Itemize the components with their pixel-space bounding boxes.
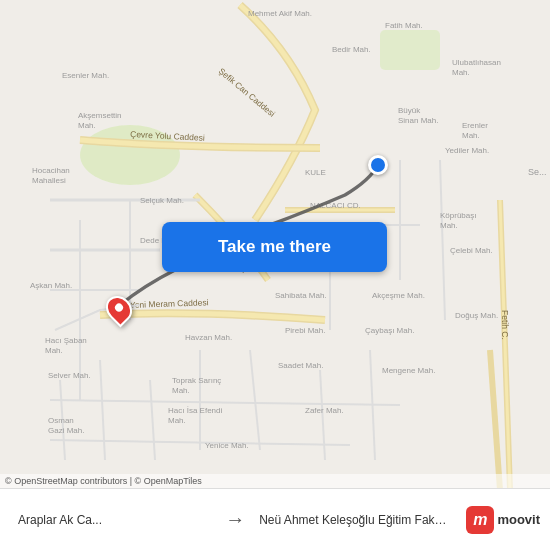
svg-text:Sinan Mah.: Sinan Mah. bbox=[398, 116, 438, 125]
from-location: Araplar Ak Ca... bbox=[10, 513, 219, 527]
svg-text:Mah.: Mah. bbox=[440, 221, 458, 230]
from-name: Araplar Ak Ca... bbox=[18, 513, 211, 527]
svg-text:Toprak Sarınç: Toprak Sarınç bbox=[172, 376, 221, 385]
svg-text:Gazi Mah.: Gazi Mah. bbox=[48, 426, 84, 435]
bottom-bar: Araplar Ak Ca... → Neü Ahmet Keleşoğlu E… bbox=[0, 488, 550, 550]
svg-text:Mehmet Akif Mah.: Mehmet Akif Mah. bbox=[248, 9, 312, 18]
svg-text:Hacı Şaban: Hacı Şaban bbox=[45, 336, 87, 345]
svg-text:Hocacihan: Hocacihan bbox=[32, 166, 70, 175]
svg-text:Büyük: Büyük bbox=[398, 106, 421, 115]
svg-text:Mah.: Mah. bbox=[78, 121, 96, 130]
svg-text:Sahibata Mah.: Sahibata Mah. bbox=[275, 291, 327, 300]
svg-text:Aşkan Mah.: Aşkan Mah. bbox=[30, 281, 72, 290]
svg-text:Zafer Mah.: Zafer Mah. bbox=[305, 406, 344, 415]
origin-marker bbox=[368, 155, 388, 175]
svg-text:Bedir Mah.: Bedir Mah. bbox=[332, 45, 371, 54]
svg-text:Osman: Osman bbox=[48, 416, 74, 425]
moovit-logo-text: moovit bbox=[497, 512, 540, 527]
moovit-logo: m moovit bbox=[466, 506, 540, 534]
svg-text:Esenler Mah.: Esenler Mah. bbox=[62, 71, 109, 80]
svg-text:Hacı İsa Efendi: Hacı İsa Efendi bbox=[168, 406, 222, 415]
map-area: Şefik Can Caddesi Çevre Yolu Caddesi Şef… bbox=[0, 0, 550, 490]
svg-rect-2 bbox=[380, 30, 440, 70]
svg-text:Akşemsettin: Akşemsettin bbox=[78, 111, 122, 120]
svg-text:Selçuk Mah.: Selçuk Mah. bbox=[140, 196, 184, 205]
svg-text:Akçeşme Mah.: Akçeşme Mah. bbox=[372, 291, 425, 300]
svg-text:Çaybaşı Mah.: Çaybaşı Mah. bbox=[365, 326, 414, 335]
arrow-icon: → bbox=[219, 508, 251, 531]
svg-text:Çelebi Mah.: Çelebi Mah. bbox=[450, 246, 493, 255]
svg-text:Mah.: Mah. bbox=[45, 346, 63, 355]
svg-text:Yediler Mah.: Yediler Mah. bbox=[445, 146, 489, 155]
svg-text:Yenice Mah.: Yenice Mah. bbox=[205, 441, 249, 450]
svg-text:Mah.: Mah. bbox=[462, 131, 480, 140]
svg-text:Havzan Mah.: Havzan Mah. bbox=[185, 333, 232, 342]
svg-text:Mahallesi: Mahallesi bbox=[32, 176, 66, 185]
app-container: Şefik Can Caddesi Çevre Yolu Caddesi Şef… bbox=[0, 0, 550, 550]
osm-credit: © OpenStreetMap contributors | © OpenMap… bbox=[0, 474, 550, 488]
svg-text:Se...: Se... bbox=[528, 167, 547, 177]
svg-text:Mah.: Mah. bbox=[168, 416, 186, 425]
svg-text:Pirebi Mah.: Pirebi Mah. bbox=[285, 326, 325, 335]
svg-text:Erenler: Erenler bbox=[462, 121, 488, 130]
svg-text:Saadet Mah.: Saadet Mah. bbox=[278, 361, 323, 370]
svg-text:Doğuş Mah.: Doğuş Mah. bbox=[455, 311, 498, 320]
to-location: Neü Ahmet Keleşoğlu Eğitim Fakül... bbox=[251, 513, 460, 527]
svg-text:Selver Mah.: Selver Mah. bbox=[48, 371, 91, 380]
pin-dot bbox=[113, 302, 124, 313]
svg-text:Mengene Mah.: Mengene Mah. bbox=[382, 366, 435, 375]
moovit-logo-icon: m bbox=[466, 506, 494, 534]
svg-text:Köprübaşı: Köprübaşı bbox=[440, 211, 476, 220]
svg-text:NALCACI CD.: NALCACI CD. bbox=[310, 201, 361, 210]
svg-text:Fetih C.: Fetih C. bbox=[500, 310, 510, 340]
to-name: Neü Ahmet Keleşoğlu Eğitim Fakül... bbox=[259, 513, 452, 527]
take-me-there-button[interactable]: Take me there bbox=[162, 222, 387, 272]
svg-text:Fatih Mah.: Fatih Mah. bbox=[385, 21, 423, 30]
svg-text:KULE: KULE bbox=[305, 168, 326, 177]
destination-marker bbox=[107, 295, 131, 323]
svg-text:Mah.: Mah. bbox=[452, 68, 470, 77]
svg-text:Mah.: Mah. bbox=[172, 386, 190, 395]
svg-text:Ulubatlıhasan: Ulubatlıhasan bbox=[452, 58, 501, 67]
